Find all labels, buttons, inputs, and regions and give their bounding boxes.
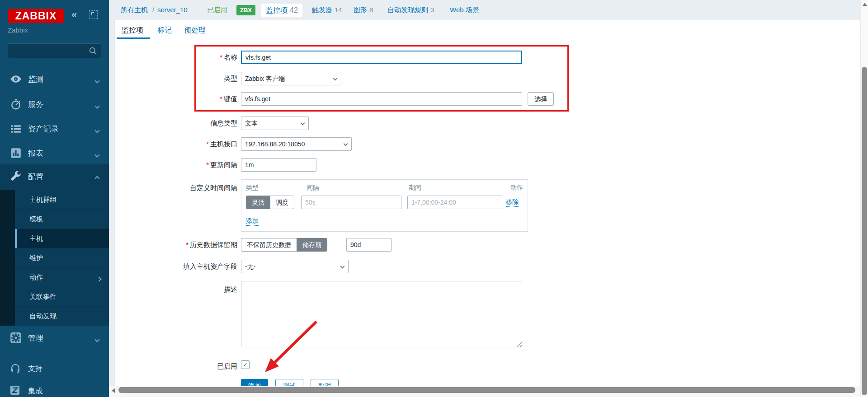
custom-intervals-box: 类型 间隔 期间 动作 灵活 调度 移除 添加: [241, 179, 528, 232]
host-interface-select[interactable]: 192.168.88.20:10050: [241, 137, 352, 151]
host-interface-label: *主机接口: [111, 137, 237, 151]
period-input[interactable]: [407, 196, 502, 209]
select-chevron-icon: [333, 76, 338, 81]
update-interval-input[interactable]: [241, 158, 316, 172]
nav-web-scenarios-label[interactable]: Web 场景: [450, 6, 479, 14]
tab-tags[interactable]: 标记: [157, 24, 172, 37]
chevron-down-icon: [94, 103, 99, 108]
sidebar-item-label: 主机群组: [29, 195, 57, 204]
breadcrumb-host-link[interactable]: server_10: [157, 0, 188, 20]
sidebar-item-services[interactable]: 服务: [0, 92, 109, 117]
nav-discovery-rules-label[interactable]: 自动发现规则: [387, 6, 428, 14]
key-select-button[interactable]: 选择: [528, 92, 554, 106]
col-action-header: 动作: [510, 184, 523, 192]
type-label: 类型: [111, 72, 237, 85]
nav-graphs-count: 8: [369, 6, 373, 14]
add-interval-link[interactable]: 添加: [246, 217, 259, 226]
sidebar-item-maintenance[interactable]: 维护: [15, 248, 109, 267]
nav-triggers-count: 14: [335, 6, 342, 14]
name-input[interactable]: [241, 51, 522, 64]
enabled-checkbox[interactable]: ✓: [241, 360, 250, 369]
z-square-icon: [10, 385, 22, 397]
required-mark: *: [206, 140, 209, 148]
host-status-enabled: 已启用: [207, 0, 227, 20]
sidebar-collapse-icon[interactable]: «: [71, 9, 77, 21]
zabbix-item-config-screen: ZABBIX « Zabbix 监测 服务: [0, 0, 868, 397]
scroll-up-arrow-icon[interactable]: [863, 3, 867, 6]
history-label: *历史数据保留期: [111, 238, 237, 252]
flexible-interval-input[interactable]: [301, 196, 401, 209]
search-icon[interactable]: [89, 47, 98, 56]
nav-web-scenarios[interactable]: Web 场景: [450, 0, 479, 20]
history-off-option[interactable]: 不保留历史数据: [241, 238, 297, 252]
sidebar-item-label: 管理: [28, 333, 43, 343]
sidebar-item-hosts[interactable]: 主机: [15, 229, 109, 248]
sidebar-item-label: 维护: [29, 254, 43, 262]
type-select[interactable]: Zabbix 客户端: [241, 72, 341, 85]
sidebar-item-label: 支持: [28, 364, 42, 374]
sidebar-item-label: 配置: [28, 172, 43, 182]
history-period-input[interactable]: [346, 238, 392, 252]
eye-icon: [10, 73, 22, 85]
flexible-option[interactable]: 灵活: [246, 196, 270, 209]
sidebar-item-label: 报表: [28, 148, 43, 159]
nav-items-label[interactable]: 监控项: [266, 6, 288, 14]
required-mark: *: [206, 161, 209, 168]
history-keep-option[interactable]: 储存期: [297, 238, 327, 252]
inventory-select[interactable]: -无-: [241, 260, 349, 273]
nav-triggers[interactable]: 触发器14: [312, 0, 342, 20]
sidebar-item-host-groups[interactable]: 主机群组: [15, 190, 109, 209]
sidebar-item-templates[interactable]: 模板: [15, 209, 109, 229]
custom-intervals-label: 自定义时间间隔: [111, 181, 237, 195]
sidebar-item-configuration[interactable]: 配置: [0, 164, 109, 189]
value-type-select-value: 文本: [245, 120, 258, 127]
scroll-left-arrow-icon[interactable]: [112, 388, 115, 393]
sidebar-item-support[interactable]: 支持: [0, 359, 109, 378]
required-mark: *: [220, 53, 222, 61]
horizontal-scrollbar-thumb[interactable]: [118, 387, 855, 393]
sidebar-item-reports[interactable]: 报表: [0, 141, 109, 165]
sidebar-item-inventory[interactable]: 资产记录: [0, 117, 109, 141]
search-input[interactable]: [12, 45, 86, 56]
stopwatch-icon: [10, 98, 22, 110]
bar-chart-icon: [10, 147, 22, 159]
breadcrumb-all-hosts-link[interactable]: 所有主机: [121, 0, 148, 20]
sidebar-item-administration[interactable]: 管理: [0, 326, 109, 350]
col-type-header: 类型: [246, 184, 259, 192]
scheduling-option[interactable]: 调度: [270, 196, 294, 209]
nav-graphs[interactable]: 图形8: [354, 0, 373, 20]
sidebar-item-monitoring[interactable]: 监测: [0, 67, 109, 91]
sidebar-item-label: 监测: [28, 74, 43, 84]
nav-items-pill[interactable]: 监控项42: [261, 4, 302, 17]
chevron-up-icon: [94, 176, 99, 181]
sidebar-item-label: 集成: [28, 387, 42, 396]
nav-graphs-label[interactable]: 图形: [354, 6, 367, 14]
tab-preprocessing[interactable]: 预处理: [184, 24, 206, 37]
key-input[interactable]: [241, 92, 522, 106]
host-interface-select-value: 192.168.88.20:10050: [245, 140, 305, 148]
vertical-scrollbar-thumb[interactable]: [862, 67, 867, 395]
sidebar-item-event-correlation[interactable]: 关联事件: [15, 287, 109, 306]
nav-triggers-label[interactable]: 触发器: [312, 6, 332, 14]
kiosk-mode-icon[interactable]: [89, 10, 98, 19]
interval-type-segmented: 灵活 调度: [246, 196, 294, 209]
chevron-down-icon: [94, 152, 99, 157]
remove-interval-link[interactable]: 移除: [506, 198, 519, 207]
chevron-right-icon: [96, 276, 101, 281]
chevron-down-icon: [94, 337, 99, 342]
submenu-indent-strip: [0, 190, 15, 326]
description-textarea[interactable]: [241, 281, 522, 347]
sidebar-item-actions[interactable]: 动作: [15, 267, 109, 287]
enabled-label: 已启用: [111, 360, 237, 373]
select-chevron-icon: [301, 121, 305, 126]
zabbix-logo[interactable]: ZABBIX: [8, 9, 64, 23]
tab-item[interactable]: 监控项: [122, 24, 143, 37]
select-chevron-icon: [344, 142, 348, 146]
list-icon: [10, 123, 22, 135]
horizontal-scrollbar[interactable]: [109, 386, 860, 397]
value-type-select[interactable]: 文本: [241, 117, 309, 130]
nav-discovery-rules[interactable]: 自动发现规则3: [387, 0, 434, 20]
sidebar-item-discovery[interactable]: 自动发现: [15, 306, 109, 326]
vertical-scrollbar[interactable]: [860, 0, 868, 397]
sidebar-item-integrations[interactable]: 集成: [0, 382, 109, 397]
